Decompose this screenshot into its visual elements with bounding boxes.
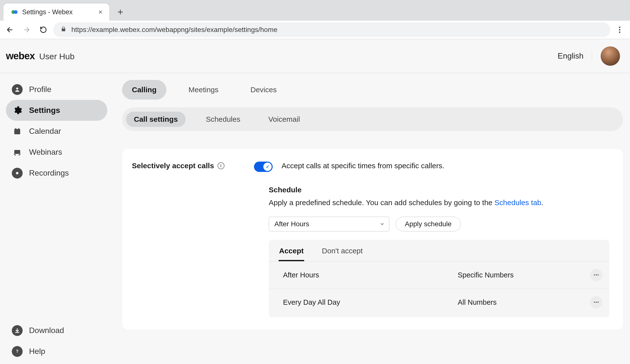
avatar[interactable] bbox=[600, 46, 620, 66]
svg-point-18 bbox=[598, 302, 599, 303]
sidebar-item-settings[interactable]: Settings bbox=[6, 100, 107, 121]
browser-toolbar: https://example.webex.com/webappng/sites… bbox=[0, 21, 630, 39]
svg-point-17 bbox=[596, 302, 597, 303]
header-right: English bbox=[558, 46, 620, 66]
sidebar-item-label: Webinars bbox=[29, 148, 62, 157]
inner-tab-dont-accept[interactable]: Don't accept bbox=[322, 242, 363, 261]
tab-calling[interactable]: Calling bbox=[122, 80, 166, 100]
rule-name: After Hours bbox=[283, 271, 458, 279]
sidebar-item-label: Help bbox=[29, 347, 45, 356]
svg-rect-8 bbox=[15, 128, 16, 130]
selectively-accept-calls-label: Selectively accept calls i bbox=[132, 162, 245, 170]
rule-row: After Hours Specific Numbers bbox=[269, 261, 609, 289]
svg-point-5 bbox=[16, 87, 18, 89]
accept-table: Accept Don't accept After Hours Specific… bbox=[269, 240, 609, 317]
help-icon: ? bbox=[12, 346, 23, 357]
sidebar-item-label: Profile bbox=[29, 85, 52, 94]
sidebar-item-download[interactable]: Download bbox=[6, 320, 107, 341]
calendar-icon bbox=[12, 126, 23, 137]
chevron-down-icon bbox=[380, 222, 385, 227]
svg-rect-10 bbox=[14, 150, 20, 154]
svg-point-3 bbox=[619, 29, 620, 30]
svg-point-13 bbox=[594, 275, 595, 276]
person-icon bbox=[12, 84, 23, 95]
gear-icon bbox=[12, 105, 23, 116]
language-selector[interactable]: English bbox=[558, 51, 592, 60]
svg-point-14 bbox=[596, 275, 597, 276]
svg-point-4 bbox=[619, 31, 620, 33]
selectively-accept-calls-desc: Accept calls at specific times from spec… bbox=[282, 162, 444, 170]
svg-text:?: ? bbox=[16, 349, 18, 354]
secondary-tabs: Call settings Schedules Voicemail bbox=[122, 107, 623, 131]
svg-rect-7 bbox=[14, 129, 20, 131]
rule-menu-button[interactable] bbox=[590, 269, 602, 281]
sidebar-item-profile[interactable]: Profile bbox=[6, 79, 107, 100]
record-icon bbox=[12, 168, 23, 179]
subtab-call-settings[interactable]: Call settings bbox=[126, 112, 186, 127]
svg-point-16 bbox=[594, 302, 595, 303]
download-icon bbox=[12, 325, 23, 336]
inner-tab-accept[interactable]: Accept bbox=[278, 242, 304, 261]
apply-schedule-button[interactable]: Apply schedule bbox=[396, 217, 461, 231]
tab-strip: Settings - Webex bbox=[0, 0, 630, 21]
sidebar: Profile Settings Calendar Webinars bbox=[0, 73, 113, 364]
sidebar-item-label: Download bbox=[29, 326, 64, 335]
new-tab-button[interactable] bbox=[114, 5, 127, 19]
brand-subtitle: User Hub bbox=[39, 52, 74, 61]
workspace: Profile Settings Calendar Webinars bbox=[0, 73, 630, 364]
schedule-description: Apply a predefined schedule. You can add… bbox=[269, 198, 609, 207]
reload-button[interactable] bbox=[36, 23, 50, 37]
sidebar-item-recordings[interactable]: Recordings bbox=[6, 163, 107, 183]
selectively-accept-calls-toggle[interactable] bbox=[254, 162, 273, 172]
lock-icon bbox=[60, 26, 66, 34]
schedules-tab-link[interactable]: Schedules tab bbox=[494, 198, 541, 207]
rule-target: All Numbers bbox=[458, 298, 590, 307]
app-header: webex User Hub English bbox=[0, 39, 630, 73]
sidebar-item-label: Recordings bbox=[29, 168, 69, 178]
browser-chrome: Settings - Webex https://example.webex.c… bbox=[0, 0, 630, 39]
webex-favicon bbox=[11, 8, 18, 16]
back-button[interactable] bbox=[3, 23, 17, 37]
tab-devices[interactable]: Devices bbox=[241, 80, 287, 100]
browser-tab-title: Settings - Webex bbox=[22, 8, 93, 16]
rule-menu-button[interactable] bbox=[590, 296, 602, 309]
svg-point-15 bbox=[598, 275, 599, 276]
address-bar[interactable]: https://example.webex.com/webappng/sites… bbox=[53, 22, 610, 37]
schedule-select-value: After Hours bbox=[274, 220, 309, 228]
rule-name: Every Day All Day bbox=[283, 298, 458, 307]
svg-rect-9 bbox=[18, 128, 19, 130]
brand-logo: webex bbox=[6, 50, 35, 61]
svg-point-1 bbox=[14, 10, 18, 14]
schedule-heading: Schedule bbox=[269, 186, 609, 194]
browser-tab-active[interactable]: Settings - Webex bbox=[4, 3, 109, 21]
close-tab-icon[interactable] bbox=[97, 8, 104, 15]
rule-target: Specific Numbers bbox=[458, 271, 590, 279]
svg-point-11 bbox=[16, 172, 18, 174]
sidebar-item-label: Settings bbox=[29, 106, 60, 115]
brand: webex User Hub bbox=[6, 50, 74, 61]
subtab-voicemail[interactable]: Voicemail bbox=[260, 112, 308, 127]
url-text: https://example.webex.com/webappng/sites… bbox=[71, 26, 277, 34]
webinars-icon bbox=[12, 147, 23, 158]
sidebar-item-help[interactable]: ? Help bbox=[6, 341, 107, 362]
primary-tabs: Calling Meetings Devices bbox=[122, 80, 623, 100]
sidebar-item-label: Calendar bbox=[29, 127, 61, 136]
sidebar-item-webinars[interactable]: Webinars bbox=[6, 142, 107, 163]
browser-menu-button[interactable] bbox=[613, 23, 626, 36]
rule-row: Every Day All Day All Numbers bbox=[269, 289, 609, 316]
subtab-schedules[interactable]: Schedules bbox=[198, 112, 248, 127]
schedule-select[interactable]: After Hours bbox=[269, 217, 389, 231]
main-content: Calling Meetings Devices Call settings S… bbox=[113, 73, 630, 364]
svg-point-2 bbox=[619, 26, 620, 28]
info-icon[interactable]: i bbox=[218, 162, 224, 169]
tab-meetings[interactable]: Meetings bbox=[179, 80, 228, 100]
sidebar-item-calendar[interactable]: Calendar bbox=[6, 121, 107, 142]
forward-button[interactable] bbox=[20, 23, 34, 37]
settings-card: Selectively accept calls i Accept calls … bbox=[122, 149, 623, 330]
